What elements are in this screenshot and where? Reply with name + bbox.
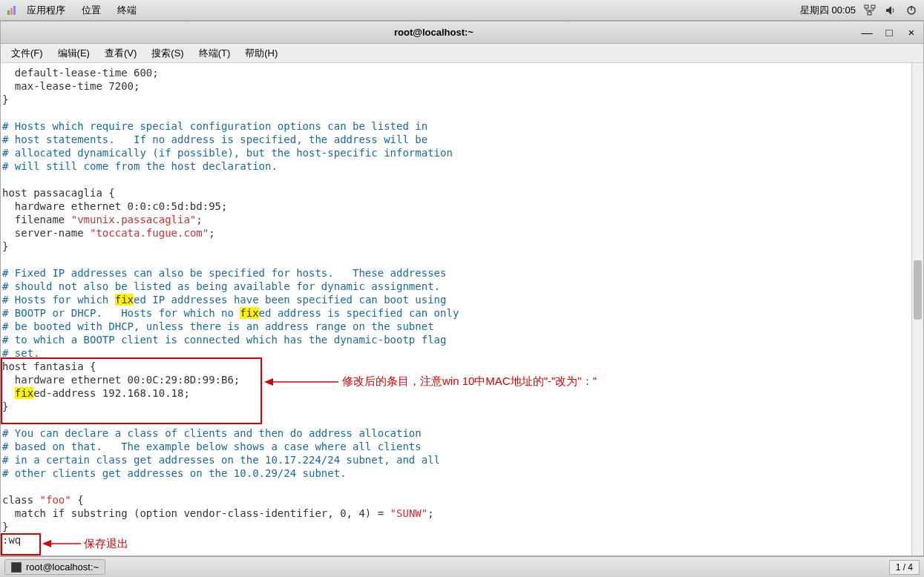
close-button[interactable]: × [905, 26, 917, 39]
svg-rect-3 [865, 5, 868, 8]
svg-rect-4 [871, 5, 875, 8]
terminal-icon [11, 562, 22, 573]
workspace-indicator[interactable]: 1 / 4 [889, 560, 920, 575]
menu-file[interactable]: 文件(F) [5, 44, 49, 62]
menu-view[interactable]: 查看(V) [99, 44, 142, 62]
maximize-button[interactable]: □ [883, 26, 895, 39]
window-title: root@localhost:~ [7, 27, 861, 38]
svg-rect-1 [10, 8, 13, 15]
panel-terminal[interactable]: 终端 [110, 1, 144, 20]
terminal-text-area[interactable]: default-lease-time 600; max-lease-time 7… [1, 63, 911, 555]
apps-icon [6, 4, 18, 16]
menu-search[interactable]: 搜索(S) [145, 44, 189, 62]
svg-rect-2 [13, 6, 16, 15]
titlebar[interactable]: root@localhost:~ — □ × [1, 22, 923, 44]
scrollbar[interactable] [911, 63, 923, 555]
power-icon[interactable] [905, 4, 918, 17]
task-label: root@localhost:~ [26, 561, 99, 573]
network-icon[interactable] [863, 4, 877, 17]
taskbar-item-terminal[interactable]: root@localhost:~ [4, 559, 105, 575]
panel-places[interactable]: 位置 [74, 1, 108, 20]
system-panel-bottom: root@localhost:~ 1 / 4 [0, 556, 924, 577]
svg-rect-0 [7, 10, 10, 15]
volume-icon[interactable] [884, 4, 897, 17]
scroll-thumb[interactable] [914, 260, 922, 320]
panel-apps[interactable]: 应用程序 [19, 1, 73, 20]
menu-help[interactable]: 帮助(H) [239, 44, 284, 62]
minimize-button[interactable]: — [861, 26, 873, 39]
panel-datetime[interactable]: 星期四 00:05 [800, 4, 856, 17]
menu-edit[interactable]: 编辑(E) [52, 44, 96, 62]
terminal-window: root@localhost:~ — □ × 文件(F) 编辑(E) 查看(V)… [0, 21, 924, 556]
svg-rect-5 [868, 12, 871, 15]
menu-terminal[interactable]: 终端(T) [193, 44, 237, 62]
system-panel-top: 应用程序 位置 终端 星期四 00:05 [0, 0, 924, 21]
annotation-text-1: 修改后的条目，注意win 10中MAC地址的"-"改为"：" [342, 375, 597, 389]
menubar: 文件(F) 编辑(E) 查看(V) 搜索(S) 终端(T) 帮助(H) [1, 44, 923, 63]
annotation-text-2: 保存退出 [84, 537, 128, 551]
terminal-content[interactable]: default-lease-time 600; max-lease-time 7… [1, 63, 923, 555]
